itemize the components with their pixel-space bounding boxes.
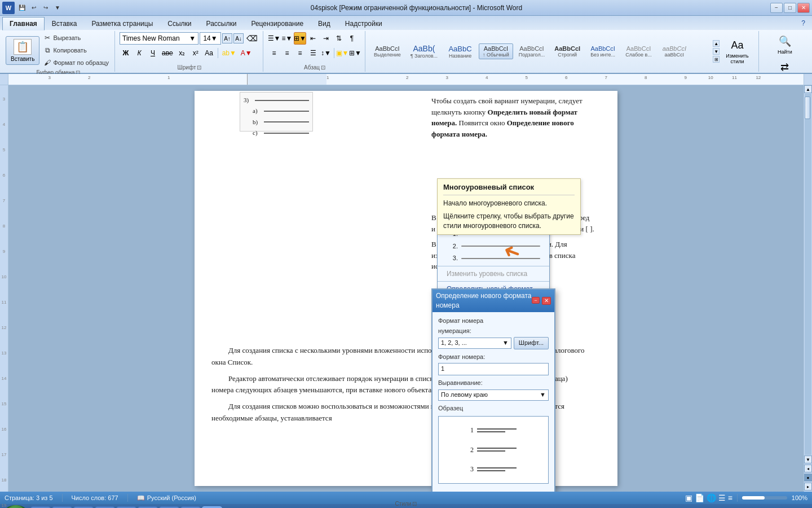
subscript-button[interactable]: x₂ [176,47,188,59]
highlight-button[interactable]: ab▼ [220,47,238,59]
justify-button[interactable]: ☰ [307,47,319,59]
paragraph-expand-icon[interactable]: ⊡ [321,64,325,71]
styles-more[interactable]: ⊞ [713,56,720,63]
bullet-list-button[interactable]: ☰▼ [268,32,280,45]
scroll-track[interactable] [805,94,811,455]
dialog-numbering-dropdown[interactable]: ▼ [502,339,509,347]
superscript-button[interactable]: x² [189,47,202,59]
find-button[interactable]: 🔍 Найти [773,32,797,57]
shading-button[interactable]: ▣▼ [336,47,348,59]
scroll-down-button[interactable]: ▼ [804,456,812,463]
sort-button[interactable]: ⇅ [333,32,345,45]
scroll-thumb[interactable] [805,97,810,119]
cut-icon: ✂ [43,33,52,42]
strikethrough-button[interactable]: аве [160,47,175,59]
dialog-titlebar: Определение нового формата номера − ✕ [433,290,554,312]
view-normal-icon[interactable]: ▣ [685,493,692,502]
multilevel-list-button[interactable]: ⊞▼ [294,32,306,45]
border-button[interactable]: ⊞▼ [349,47,361,59]
styles-expand-icon[interactable]: ⊡ [412,501,417,507]
font-decrease-button[interactable]: A↓ [233,33,244,43]
close-button[interactable]: ✕ [797,3,810,13]
tab-page-layout[interactable]: Разметка страницы [84,17,160,30]
dialog-controls: − ✕ [532,297,551,305]
show-marks-button[interactable]: ¶ [346,32,358,45]
maximize-button[interactable]: □ [784,3,796,13]
save-quick-btn[interactable]: 💾 [17,3,27,13]
ribbon-content: 📋 Вставить ✂ Вырезать ⧉ Копировать 🖌 [0,30,812,73]
view-reading-icon[interactable]: 📄 [695,493,704,502]
font-size-dropdown-icon[interactable]: ▼ [211,34,218,42]
tab-addins[interactable]: Надстройки [338,17,390,30]
copy-button[interactable]: ⧉ Копировать [41,45,111,56]
font-name-box[interactable]: Times New Roman ▼ [120,32,198,45]
dropdown-quick-btn[interactable]: ▼ [52,3,63,13]
style-extra[interactable]: aaBbCcI aaBbCcI [657,43,691,59]
dialog-align-input[interactable]: По левому краю ▼ [438,389,549,401]
font-group: Times New Roman ▼ 14 ▼ A↑ A↓ ⌫ Ж К Ч аве [116,31,263,72]
select-browse-button[interactable]: ● [804,474,812,481]
dialog-minimize-btn[interactable]: − [532,297,540,304]
font-size-box[interactable]: 14 ▼ [200,32,221,45]
style-selection[interactable]: AaBbCcI Выделение [370,43,405,59]
view-outline-icon[interactable]: ☰ [718,493,726,502]
align-right-button[interactable]: ≡ [294,47,306,59]
style-no-spacing[interactable]: AaBbCcI Без инте... [586,43,620,59]
style-title[interactable]: AaBbC Название [443,43,477,60]
bold-button[interactable]: Ж [120,47,132,59]
increase-indent-button[interactable]: ⇥ [320,32,332,45]
clear-format-button[interactable]: ⌫ [245,32,259,45]
align-center-button[interactable]: ≡ [281,47,293,59]
style-subtitle[interactable]: AaBbCcI Подзагол... [515,43,549,59]
line-spacing-button[interactable]: ↕▼ [320,47,332,59]
dialog-close-btn[interactable]: ✕ [542,297,551,305]
font-color-button[interactable]: A▼ [239,47,254,59]
underline-button[interactable]: Ч [147,47,159,59]
dropdown-item-2[interactable]: 2. [438,240,549,252]
styles-scroll-down[interactable]: ▼ [713,48,720,55]
prev-page-button[interactable]: ◂ [804,465,812,472]
dropdown-item-3[interactable]: 3. [438,252,549,264]
scroll-up-button[interactable]: ▲ [804,85,812,93]
tab-references[interactable]: Ссылки [160,17,198,30]
help-button[interactable]: ? [797,17,810,30]
font-expand-icon[interactable]: ⊡ [197,64,201,71]
style-weak[interactable]: AaBbCcI Слабое в... [621,43,656,59]
minimize-button[interactable]: − [770,3,783,13]
view-draft-icon[interactable]: ≡ [728,493,732,502]
tab-view[interactable]: Вид [311,17,338,30]
style-normal[interactable]: AaBbCcI ↑ Обычный [479,43,513,59]
style-strong[interactable]: AaBbCcI Строгий [550,43,584,59]
align-left-button[interactable]: ≡ [268,47,280,59]
style-heading[interactable]: AaBb( ¶ Заголов... [407,42,442,60]
tab-insert[interactable]: Вставка [45,17,85,30]
ruler-mark: 10 [708,75,713,80]
view-web-icon[interactable]: 🌐 [707,493,716,502]
dialog-align-dropdown[interactable]: ▼ [540,391,546,399]
redo-quick-btn[interactable]: ↪ [41,3,51,13]
tab-review[interactable]: Рецензирование [244,17,311,30]
change-case-button[interactable]: Аа [203,47,215,59]
paste-button[interactable]: 📋 Вставить [6,36,39,65]
font-name-dropdown-icon[interactable]: ▼ [189,34,196,42]
tab-mailings[interactable]: Рассылки [199,17,244,30]
dialog-format-input[interactable]: 1 [438,363,549,375]
numbered-list-button[interactable]: ≡▼ [281,32,293,45]
clipboard-content: 📋 Вставить ✂ Вырезать ⧉ Копировать 🖌 [6,32,111,68]
change-styles-button[interactable]: Aa Изменитьстили [722,36,753,67]
decrease-indent-button[interactable]: ⇤ [307,32,319,45]
next-page-button[interactable]: ▸ [804,483,812,491]
styles-scroll-up[interactable]: ▲ [713,40,720,47]
italic-button[interactable]: К [133,47,145,59]
cut-button[interactable]: ✂ Вырезать [41,32,111,43]
style-heading-preview: AaBb( [413,44,435,53]
paragraph-label: Абзац ⊡ [304,64,325,71]
language-text: Русский (Россия) [147,494,196,501]
dialog-numbering-input[interactable]: 1, 2, 3, ... ▼ [438,338,511,349]
format-painter-button[interactable]: 🖌 Формат по образцу [41,57,111,68]
tab-home[interactable]: Главная [2,17,45,30]
dropdown-change-level[interactable]: Изменить уровень списка [438,268,549,281]
font-increase-button[interactable]: A↑ [222,33,232,43]
undo-quick-btn[interactable]: ↩ [29,3,39,13]
dialog-font-btn[interactable]: Шрифт... [514,337,549,349]
